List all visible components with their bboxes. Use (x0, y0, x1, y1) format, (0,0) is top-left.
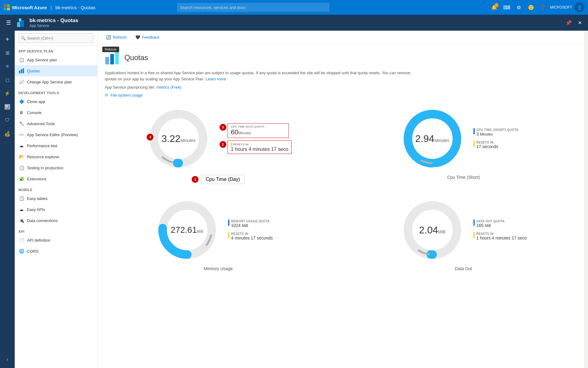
quota-value: 60Minutes (231, 128, 285, 136)
sidebar-item-cors[interactable]: 🌐 CORS (15, 246, 97, 257)
app-title: bk-metrics - Quotas App Service (29, 17, 78, 28)
badge-2: 2 (220, 141, 226, 148)
refresh-icon: 🔄 (106, 35, 111, 40)
app-service-plan-icon: 📋 (18, 57, 24, 63)
sidebar-section-dev-tools: DEVELOPMENT TOOLS (15, 87, 97, 96)
feedback-icon: 🖤 (135, 35, 140, 40)
sidebar-item-data-connections[interactable]: 🔌 Data connections (15, 215, 97, 226)
search-bar[interactable] (177, 2, 330, 12)
file-system-label: File system usage (111, 93, 143, 98)
brand-name: Microsoft Azure (12, 5, 47, 10)
expand-icon[interactable]: › (1, 353, 13, 366)
sidebar-item-label: Quotas (27, 69, 40, 73)
cpu-short-resets-label: RESETS IN: (477, 141, 499, 144)
user-menu[interactable]: MICROSOFT 👤 (550, 2, 584, 12)
lightning-icon[interactable]: ⚡ (1, 87, 13, 99)
help-button[interactable]: ❓ (538, 2, 549, 13)
gauge-cpu-short: 2.94Minutes CPU TIME (SHORT) QUOTA 3 Min… (350, 105, 577, 184)
cpu-day-donut: 3.22Minutes (145, 105, 212, 172)
notification-button[interactable]: 🔔 2 (489, 2, 500, 13)
sidebar-item-clone-app[interactable]: 🔷 Clone app (15, 96, 97, 107)
resource-groups-icon[interactable]: ◻ (1, 74, 13, 86)
learn-more-link[interactable]: Learn more (206, 77, 226, 81)
sidebar-item-resource-explorer[interactable]: 📂 Resource explorer (15, 151, 97, 162)
svg-rect-2 (4, 8, 6, 10)
easy-apis-icon: ☁ (18, 206, 24, 213)
security-icon[interactable]: 🛡 (1, 114, 13, 126)
cpu-short-resets-value: 17 seconds (477, 144, 499, 149)
console-icon: 🖥 (18, 109, 24, 116)
app-icon (16, 17, 27, 28)
sidebar-item-label: App Service Editor (Preview) (27, 132, 78, 137)
change-plan-icon: 📈 (18, 79, 24, 85)
plan-info: App Service plan/pricing tier: metrics (… (105, 84, 411, 90)
refresh-button[interactable]: 🔄 Refresh (102, 33, 130, 41)
sidebar-search[interactable]: 🔍 (15, 31, 97, 46)
svg-rect-4 (17, 22, 20, 27)
badge-1: 1 (192, 176, 198, 183)
page-icon (105, 50, 119, 65)
data-out-donut: 2.04MiB (399, 196, 466, 264)
sidebar-search-input[interactable] (18, 33, 93, 43)
sidebar-section-mobile: MOBILE (15, 184, 97, 193)
data-connections-icon: 🔌 (18, 217, 24, 224)
sidebar-section-app-service-plan: APP SERVICE PLAN (15, 46, 97, 54)
editor-icon: </> (18, 132, 24, 138)
memory-value: 272.61MiB (171, 225, 203, 235)
sidebar-item-extensions[interactable]: 🧩 Extensions (15, 173, 97, 184)
close-icon[interactable]: ✕ (575, 17, 584, 28)
search-input[interactable] (177, 2, 330, 12)
cloud-shell-button[interactable]: ⌨ (501, 2, 512, 13)
new-resource-button[interactable]: + (1, 33, 13, 45)
sidebar-item-label: Console (27, 110, 42, 115)
sidebar-item-easy-tables[interactable]: 📋 Easy tables (15, 193, 97, 204)
settings-button[interactable]: ⚙ (513, 2, 524, 13)
memory-quota-bar (228, 220, 229, 226)
sidebar-item-change-plan[interactable]: 📈 Change App Service plan (15, 76, 97, 87)
cpu-short-info: CPU TIME (SHORT) QUOTA 3 Minutes RESETS … (473, 128, 529, 149)
sidebar-item-editor[interactable]: </> App Service Editor (Preview) (15, 129, 97, 140)
feedback-button[interactable]: 🖤 Feedback (132, 33, 163, 41)
svg-rect-0 (4, 4, 6, 7)
memory-donut: 272.61MiB (153, 196, 221, 264)
hamburger-menu[interactable]: ☰ (4, 17, 13, 29)
monitor-icon[interactable]: 📊 (1, 101, 13, 113)
sidebar-item-app-service-plan[interactable]: 📋 App Service plan (15, 54, 97, 65)
search-icon: 🔍 (21, 36, 26, 40)
top-nav: Microsoft Azure | bk-metrics - Quotas 🔔 … (0, 0, 588, 15)
sidebar-item-label: App Service plan (27, 58, 57, 62)
svg-rect-11 (110, 54, 114, 64)
sidebar-item-testing[interactable]: 📋 Testing in production (15, 162, 97, 173)
testing-icon: 📋 (18, 165, 24, 171)
plan-link[interactable]: metrics (Free) (156, 85, 181, 90)
smiley-button[interactable]: 🙂 (526, 2, 537, 13)
all-resources-icon[interactable]: ≡ (1, 60, 13, 72)
sidebar-item-easy-apis[interactable]: ☁ Easy APIs (15, 204, 97, 215)
pin-icon[interactable]: 📌 (563, 17, 574, 28)
sidebar-item-label: Extensions (27, 177, 47, 181)
data-out-resets-value: 1 hours 4 minutes 17 seco (477, 236, 527, 240)
data-out-resets-bar (473, 232, 475, 238)
memory-resets-label: RESETS IN: (231, 232, 273, 236)
resource-path: bk-metrics - Quotas (55, 5, 96, 10)
right-scrollbar[interactable] (584, 31, 588, 368)
cpu-short-quota-value: 3 Minutes (477, 132, 518, 136)
easy-tables-icon: 📋 (18, 195, 24, 201)
cpu-day-resets-box: RESETS IN: 1 hours 4 minutes 17 seco (228, 140, 292, 154)
dashboard-icon[interactable]: ⊞ (1, 47, 13, 59)
memory-info: MEMORY USAGE QUOTA 1024 MiB RESETS IN: (228, 220, 283, 240)
sidebar-item-quotas[interactable]: Quotas (15, 65, 97, 76)
notification-badge: 2 (494, 3, 499, 7)
sidebar-item-advanced-tools[interactable]: 🔧 Advanced Tools (15, 118, 97, 129)
sidebar-item-console[interactable]: 🖥 Console (15, 107, 97, 118)
svg-rect-7 (19, 71, 20, 73)
cost-icon[interactable]: 💰 (1, 128, 13, 140)
icon-bar: + ⊞ ≡ ◻ ⚡ 📊 🛡 💰 › (0, 31, 15, 368)
quota-label: CPU TIME (DAY) QUOTA (231, 125, 285, 128)
clone-app-icon: 🔷 (18, 98, 24, 105)
file-system-link[interactable]: ⟳ File system usage (105, 93, 577, 98)
sidebar-item-api-definition[interactable]: 📄 API definition (15, 235, 97, 246)
sidebar-item-performance-test[interactable]: ☁ Performance test (15, 140, 97, 151)
app-service-icon (17, 18, 26, 28)
memory-resets-bar (228, 232, 229, 238)
